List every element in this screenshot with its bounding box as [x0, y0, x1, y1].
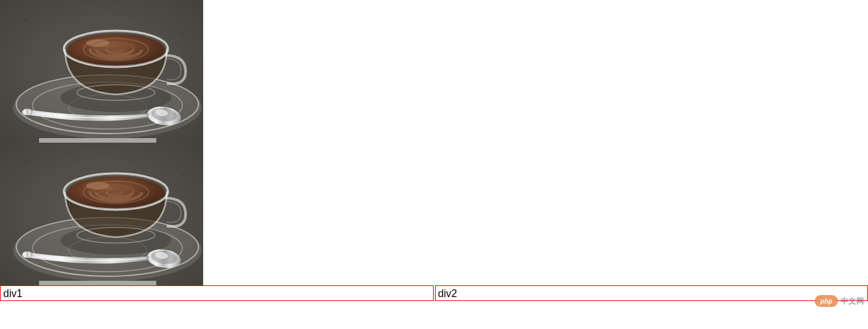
coffee-image-2: [0, 143, 203, 285]
php-watermark: php 中文网: [815, 295, 864, 307]
svg-rect-23: [39, 138, 156, 143]
svg-point-29: [19, 272, 21, 274]
coffee-cup-illustration: [0, 143, 203, 285]
coffee-image-1: [0, 0, 203, 143]
svg-point-26: [25, 161, 27, 164]
div-boxes-row: div1 div2: [0, 285, 868, 301]
svg-point-41: [107, 190, 127, 196]
watermark-text: 中文网: [841, 296, 864, 307]
div2-label: div2: [438, 288, 457, 299]
coffee-cup-illustration: [0, 0, 203, 143]
svg-point-18: [86, 39, 109, 47]
php-logo-icon: php: [815, 295, 838, 307]
svg-point-3: [182, 32, 184, 34]
svg-point-22: [22, 109, 33, 115]
div1-label: div1: [3, 288, 22, 299]
div2-box: div2: [435, 285, 869, 301]
svg-point-27: [182, 175, 184, 177]
svg-point-46: [22, 251, 33, 258]
svg-rect-47: [39, 281, 156, 285]
svg-point-5: [19, 130, 21, 132]
svg-point-17: [107, 47, 127, 53]
svg-point-42: [86, 182, 109, 190]
div1-box: div1: [0, 285, 434, 301]
svg-point-2: [25, 18, 27, 21]
